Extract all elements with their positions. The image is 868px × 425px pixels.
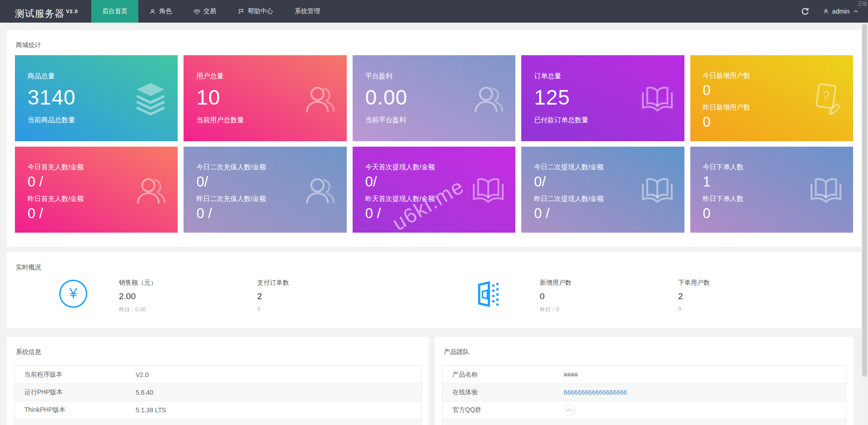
refresh-icon [801, 7, 809, 15]
stat-value: 125 [534, 85, 570, 110]
flag-icon [238, 8, 245, 15]
stat-value: 0 / [28, 174, 43, 190]
layers-icon [132, 80, 169, 116]
book-icon [808, 172, 844, 208]
panel-title: 实时概况 [16, 263, 41, 272]
system-info-table: 当前程序版本 V2.0 运行PHP版本 5.6.40 ThinkPHP版本 5.… [14, 365, 422, 425]
card-new-users: 今日新增用户数 0 昨日新增用户数 0 [690, 55, 853, 141]
stat-value: 0.00 [365, 85, 408, 110]
stat-value: 0 / [534, 205, 549, 222]
nav-item-roles[interactable]: 角色 [138, 0, 183, 23]
top-header: 测试服务器V2.0 后台首页 角色 交易 帮助中心 系统管理 admin [0, 0, 868, 23]
table-row: 当前程序版本 V2.0 [14, 366, 421, 383]
users-icon [302, 80, 338, 116]
users-icon [302, 172, 338, 208]
stat-value: 0/ [196, 174, 208, 190]
stat-value: 0 [703, 205, 711, 222]
book-icon [639, 80, 675, 116]
card-first-recharge: 今日首充人数/金额 0 / 昨日首充人数/金额 0 / [15, 147, 178, 233]
card-first-withdraw: 今天首次提现人数/金额 0/ 昨天首次提现人数/金额 0 / [353, 147, 515, 233]
users-icon [470, 80, 506, 116]
user-icon [149, 8, 156, 15]
username: admin [832, 8, 849, 15]
panel-title: 商城统计 [16, 41, 41, 49]
users-icon [132, 172, 169, 208]
book-icon [639, 172, 675, 208]
panel-title: 系统信息 [16, 348, 41, 356]
stat-paid-orders: 支付订单数 2 0 [257, 279, 289, 312]
mall-stats-panel: 商城统计 商品总量 3140 当前商品总数量 用户总量 10 当前用户总数量 平… [7, 30, 861, 247]
brand-name: 测试服务器 [15, 8, 65, 19]
chevron-up-icon [853, 8, 859, 14]
card-user-total: 用户总量 10 当前用户总数量 [184, 55, 346, 141]
stat-value: 0 / [196, 205, 212, 222]
scrollbar-thumb[interactable] [862, 24, 867, 377]
refresh-button[interactable] [801, 7, 809, 15]
card-order-total: 订单总量 125 已付款订单总数量 [521, 55, 684, 141]
table-row: ThinkPHP版本 5.1.38 LTS [14, 401, 421, 419]
stat-value: 0 [703, 82, 711, 99]
table-row-partial [14, 419, 421, 425]
stat-new-users: 新增用户数 0 昨日：0 [540, 279, 571, 314]
building-icon [475, 279, 505, 309]
nav-item-trade[interactable]: 交易 [183, 0, 227, 23]
system-info-panel: 系统信息 当前程序版本 V2.0 运行PHP版本 5.6.40 ThinkPHP… [7, 337, 429, 425]
card-today-orders: 今日下单人数 1 昨日下单人数 0 [690, 147, 853, 233]
user-icon [823, 8, 829, 14]
realtime-overview-panel: 实时概况 ¥ 销售额（元） 2.00 昨日：0.00 支付订单数 2 0 新增用… [7, 252, 861, 328]
card-platform-profit: 平台盈利 0.00 当前平台盈利 [353, 55, 515, 141]
stat-value: 0 / [28, 205, 43, 222]
table-row: 产品名称 #### [443, 366, 846, 383]
user-menu[interactable]: admin [823, 8, 859, 15]
online-demo-link[interactable]: 666666666666666666 [564, 389, 627, 396]
table-row-partial [443, 419, 846, 425]
product-team-panel: 产品团队 产品名称 #### 在线体验 666666666666666666 官… [435, 337, 854, 425]
stat-value: 0 / [365, 205, 381, 222]
product-team-table: 产品名称 #### 在线体验 666666666666666666 官方QQ群 … [442, 365, 846, 425]
stat-value: 3140 [28, 85, 75, 110]
stat-cards-grid: 商品总量 3140 当前商品总数量 用户总量 10 当前用户总数量 平台盈利 0… [15, 55, 853, 233]
stat-value: 1 [703, 174, 711, 190]
nav-item-dashboard[interactable]: 后台首页 [91, 0, 138, 23]
stat-order-users: 下单用户数 2 0 [678, 279, 710, 312]
table-row: 运行PHP版本 5.6.40 [14, 383, 421, 401]
stat-value: 0/ [534, 174, 546, 190]
panel-title: 产品团队 [444, 348, 469, 356]
stat-value: 10 [196, 85, 220, 110]
book-icon [470, 172, 506, 208]
vertical-scrollbar[interactable] [861, 23, 868, 425]
genuine-tag: 正版 [858, 0, 868, 7]
stat-sales: 销售额（元） 2.00 昨日：0.00 [119, 279, 157, 314]
stat-value: 0 [703, 114, 711, 130]
card-product-total: 商品总量 3140 当前商品总数量 [15, 55, 178, 141]
card-second-recharge: 今日二次充值人数/金额 0/ 昨日二次充值人数/金额 0 / [184, 147, 346, 233]
table-row: 官方QQ群 40+ [443, 401, 846, 419]
help-file-icon [808, 80, 844, 116]
header-right: admin [801, 0, 859, 23]
main-nav: 后台首页 角色 交易 帮助中心 系统管理 [91, 0, 331, 23]
brand-logo[interactable]: 测试服务器V2.0 [15, 0, 78, 23]
nav-item-help-center[interactable]: 帮助中心 [227, 0, 284, 23]
scales-icon [193, 8, 200, 15]
qq-group-badge[interactable]: 40+ [564, 404, 576, 416]
nav-item-system-settings[interactable]: 系统管理 [284, 0, 331, 23]
table-row: 在线体验 666666666666666666 [443, 383, 846, 401]
stat-value: 0/ [365, 174, 377, 190]
brand-version: V2.0 [66, 9, 78, 14]
yuan-circle-icon: ¥ [59, 280, 87, 308]
card-second-withdraw: 今日二次提现人数/金额 0/ 昨日二次提现人数/金额 0 / [521, 147, 684, 233]
